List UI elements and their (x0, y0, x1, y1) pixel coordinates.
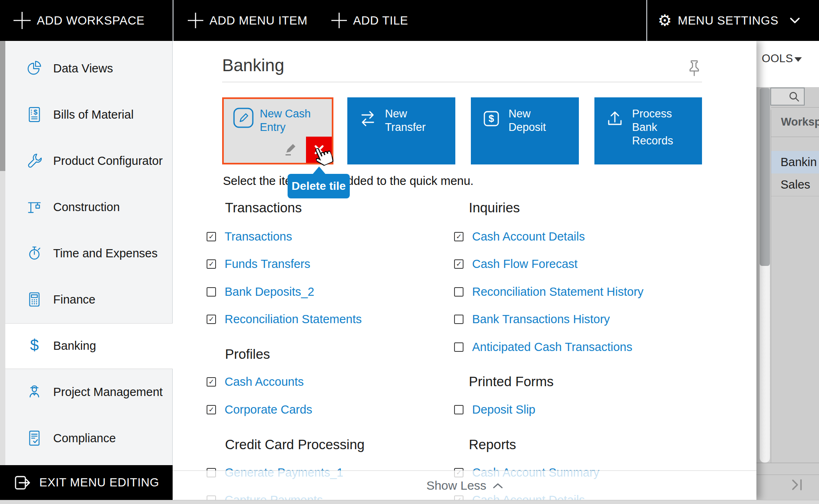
checkbox[interactable] (454, 232, 464, 241)
pin-icon[interactable] (686, 59, 702, 79)
page-title: Banking (222, 56, 284, 75)
tile-new-transfer[interactable]: New Transfer (347, 97, 455, 164)
list-item: Reconciliation Statements (207, 312, 362, 326)
checkbox[interactable] (454, 405, 464, 414)
tile-new-deposit[interactable]: $ New Deposit (471, 97, 579, 164)
list-item: Cash Account Details (454, 230, 585, 243)
workspace-row-sales[interactable]: Sales (771, 173, 819, 196)
top-bar: ADD WORKSPACE ADD MENU ITEM ADD TILE ⚙ M… (0, 0, 819, 41)
sidebar-item-finance[interactable]: Finance (5, 288, 173, 311)
checkbox[interactable] (207, 287, 216, 297)
topbar-divider (646, 0, 647, 41)
checkbox[interactable] (207, 377, 216, 387)
checkbox[interactable] (207, 405, 216, 414)
menu-item-link[interactable]: Deposit Slip (472, 403, 536, 416)
exit-label: EXIT MENU EDITING (39, 476, 159, 489)
checkbox[interactable] (207, 315, 216, 324)
sidebar-item-compliance[interactable]: Compliance (5, 427, 173, 450)
menu-item-link[interactable]: Reconciliation Statement History (472, 285, 644, 299)
caret-down-icon (794, 57, 802, 62)
checklist-icon (25, 429, 43, 447)
list-item: Corporate Cards (207, 403, 312, 416)
grid-column-header: Worksp (771, 107, 819, 137)
sidebar-item-bills-of-material[interactable]: $ Bills of Material (5, 103, 173, 126)
add-tile-button[interactable]: ADD TILE (331, 0, 408, 41)
checkbox[interactable] (454, 342, 464, 352)
menu-item-link[interactable]: Cash Account Details (472, 230, 585, 243)
menu-editing-screen: OOLS Worksp Bankin Sales (0, 0, 819, 504)
list-item: Funds Transfers (207, 257, 310, 271)
wrench-icon (25, 152, 43, 170)
menu-item-link[interactable]: Bank Transactions History (472, 313, 610, 326)
menu-item-link[interactable]: Transactions (225, 230, 292, 243)
background-page: OOLS Worksp Bankin Sales (756, 41, 819, 504)
menu-settings-button[interactable]: ⚙ MENU SETTINGS (658, 0, 800, 41)
transfer-arrows-icon (357, 108, 378, 129)
add-menu-item-button[interactable]: ADD MENU ITEM (187, 0, 308, 41)
dollar-icon: $ (25, 337, 43, 355)
section-heading: Transactions (225, 200, 302, 216)
scrollbar-thumb[interactable] (760, 88, 770, 266)
sidebar-item-project-management[interactable]: Project Management (5, 380, 173, 403)
tile-process-bank-records[interactable]: Process Bank Records (594, 97, 702, 164)
sidebar-scrollbar-thumb[interactable] (0, 41, 5, 171)
menu-item-link[interactable]: Cash Accounts (225, 375, 304, 389)
svg-text:$: $ (34, 108, 38, 116)
column-header-label: Worksp (781, 116, 819, 128)
row-divider (771, 196, 819, 196)
collapse-panel-icon[interactable] (790, 479, 804, 491)
calculator-icon (25, 290, 43, 308)
workspace-row-banking[interactable]: Bankin (771, 151, 819, 173)
pencil-square-icon (232, 106, 255, 129)
add-tile-label: ADD TILE (353, 14, 408, 27)
menu-item-link[interactable]: Cash Flow Forecast (472, 257, 578, 271)
sidebar-item-data-views[interactable]: Data Views (5, 57, 173, 80)
svg-text:$: $ (30, 337, 38, 354)
menu-item-link[interactable]: Corporate Cards (225, 403, 312, 416)
add-menu-item-label: ADD MENU ITEM (209, 14, 308, 27)
tooltip-label: Delete tile (292, 180, 346, 193)
add-workspace-label: ADD WORKSPACE (37, 14, 144, 27)
delete-tile-tooltip: Delete tile (288, 174, 350, 198)
menu-item-link[interactable]: Bank Deposits_2 (225, 285, 314, 299)
svg-text:$: $ (488, 113, 494, 124)
menu-item-link[interactable]: Funds Transfers (225, 257, 310, 271)
add-workspace-button[interactable]: ADD WORKSPACE (13, 0, 144, 41)
list-item: Reconciliation Statement History (454, 285, 644, 299)
crane-icon (25, 198, 43, 216)
list-item: Transactions (207, 230, 292, 243)
sidebar-item-construction[interactable]: Construction (5, 196, 173, 218)
show-less-label[interactable]: Show Less (426, 479, 486, 493)
menu-item-link[interactable]: Anticipated Cash Transactions (472, 340, 632, 354)
menu-item-link[interactable]: Reconciliation Statements (225, 313, 362, 326)
dollar-square-icon: $ (481, 108, 502, 129)
pie-chart-icon (25, 59, 43, 77)
list-item: Bank Transactions History (454, 312, 610, 326)
checkbox[interactable] (207, 232, 216, 241)
search-icon (788, 91, 801, 103)
section-heading: Reports (469, 437, 516, 452)
topbar-divider (173, 0, 173, 41)
section-heading: Credit Card Processing (225, 437, 364, 452)
gear-icon: ⚙ (658, 13, 672, 28)
bill-document-icon: $ (25, 106, 43, 124)
list-item: Anticipated Cash Transactions (454, 340, 632, 354)
list-item: Deposit Slip (454, 403, 536, 416)
checkbox[interactable] (207, 259, 216, 269)
menu-editing-modal: Data Views $ Bills of Material Product C… (0, 41, 756, 500)
stopwatch-icon (25, 244, 43, 262)
section-heading: Printed Forms (469, 374, 554, 389)
sidebar-item-time-and-expenses[interactable]: Time and Expenses (5, 242, 173, 265)
checkbox[interactable] (454, 259, 464, 269)
sidebar-item-banking[interactable]: $ Banking (5, 334, 173, 357)
plus-icon (331, 11, 347, 29)
checkbox[interactable] (454, 287, 464, 297)
checkbox[interactable] (454, 315, 464, 324)
edit-tile-button[interactable] (284, 142, 298, 156)
chevron-down-icon (790, 17, 800, 24)
tools-dropdown[interactable]: OOLS (762, 52, 793, 65)
sidebar-item-product-configurator[interactable]: Product Configurator (5, 149, 173, 172)
exit-menu-editing-button[interactable]: EXIT MENU EDITING (0, 465, 173, 500)
menu-settings-label: MENU SETTINGS (678, 14, 778, 27)
show-less-bar[interactable]: Show Less (173, 470, 756, 500)
